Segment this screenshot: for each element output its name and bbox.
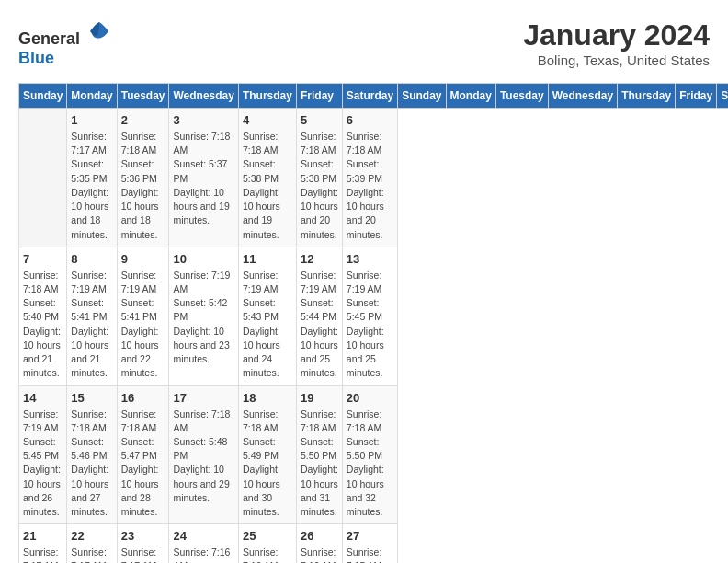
calendar-subtitle: Boling, Texas, United States [523, 52, 710, 68]
calendar-cell: 17Sunrise: 7:18 AMSunset: 5:48 PMDayligh… [169, 385, 238, 524]
calendar-cell: 14Sunrise: 7:19 AMSunset: 5:45 PMDayligh… [19, 385, 67, 524]
day-detail: Sunrise: 7:15 AMSunset: 5:56 PMDaylight:… [347, 546, 393, 563]
column-header-saturday: Saturday [717, 84, 728, 109]
day-number: 24 [173, 529, 233, 543]
calendar-cell: 1Sunrise: 7:17 AMSunset: 5:35 PMDaylight… [67, 109, 117, 247]
day-detail: Sunrise: 7:16 AMSunset: 5:55 PMDaylight:… [301, 546, 338, 563]
day-detail: Sunrise: 7:18 AMSunset: 5:49 PMDaylight:… [243, 408, 292, 520]
page-header: General Blue January 2024 Boling, Texas,… [18, 18, 710, 68]
column-header-friday: Friday [296, 84, 342, 109]
day-detail: Sunrise: 7:18 AMSunset: 5:50 PMDaylight:… [347, 408, 393, 520]
column-header-monday: Monday [67, 84, 117, 109]
column-header-sunday: Sunday [19, 84, 67, 109]
logo-general: General [18, 29, 80, 48]
day-detail: Sunrise: 7:18 AMSunset: 5:39 PMDaylight:… [347, 130, 393, 242]
day-detail: Sunrise: 7:19 AMSunset: 5:45 PMDaylight:… [347, 269, 393, 381]
calendar-cell: 24Sunrise: 7:16 AMSunset: 5:54 PMDayligh… [169, 524, 238, 563]
calendar-cell: 21Sunrise: 7:17 AMSunset: 5:51 PMDayligh… [19, 524, 67, 563]
day-detail: Sunrise: 7:19 AMSunset: 5:42 PMDaylight:… [173, 269, 233, 367]
day-detail: Sunrise: 7:19 AMSunset: 5:43 PMDaylight:… [243, 269, 292, 381]
day-detail: Sunrise: 7:17 AMSunset: 5:51 PMDaylight:… [23, 546, 63, 563]
day-detail: Sunrise: 7:17 AMSunset: 5:52 PMDaylight:… [71, 546, 112, 563]
day-number: 16 [121, 391, 165, 405]
day-detail: Sunrise: 7:18 AMSunset: 5:40 PMDaylight:… [23, 269, 63, 381]
day-detail: Sunrise: 7:18 AMSunset: 5:36 PMDaylight:… [121, 130, 165, 242]
calendar-cell: 9Sunrise: 7:19 AMSunset: 5:41 PMDaylight… [117, 247, 169, 385]
day-detail: Sunrise: 7:18 AMSunset: 5:37 PMDaylight:… [173, 130, 233, 228]
calendar-cell: 3Sunrise: 7:18 AMSunset: 5:37 PMDaylight… [169, 109, 238, 247]
column-header-wednesday: Wednesday [169, 84, 238, 109]
day-number: 20 [347, 391, 393, 405]
calendar-cell: 20Sunrise: 7:18 AMSunset: 5:50 PMDayligh… [342, 385, 397, 524]
day-number: 22 [71, 529, 112, 543]
calendar-cell [19, 109, 67, 247]
day-number: 11 [243, 252, 292, 266]
column-header-thursday: Thursday [618, 84, 676, 109]
calendar-week-row: 7Sunrise: 7:18 AMSunset: 5:40 PMDaylight… [19, 247, 729, 385]
day-number: 26 [301, 529, 338, 543]
column-header-tuesday: Tuesday [495, 84, 548, 109]
day-number: 10 [173, 252, 233, 266]
calendar-week-row: 14Sunrise: 7:19 AMSunset: 5:45 PMDayligh… [19, 385, 729, 524]
day-number: 12 [301, 252, 338, 266]
calendar-header-row: SundayMondayTuesdayWednesdayThursdayFrid… [19, 84, 729, 109]
day-detail: Sunrise: 7:18 AMSunset: 5:46 PMDaylight:… [71, 408, 112, 520]
day-detail: Sunrise: 7:19 AMSunset: 5:41 PMDaylight:… [71, 269, 112, 381]
calendar-week-row: 1Sunrise: 7:17 AMSunset: 5:35 PMDaylight… [19, 109, 729, 247]
day-number: 1 [71, 113, 112, 127]
day-number: 27 [347, 529, 393, 543]
title-block: January 2024 Boling, Texas, United State… [523, 18, 710, 68]
day-detail: Sunrise: 7:19 AMSunset: 5:41 PMDaylight:… [121, 269, 165, 381]
day-detail: Sunrise: 7:17 AMSunset: 5:35 PMDaylight:… [71, 130, 112, 242]
day-detail: Sunrise: 7:18 AMSunset: 5:38 PMDaylight:… [243, 130, 292, 242]
calendar-cell: 12Sunrise: 7:19 AMSunset: 5:44 PMDayligh… [296, 247, 342, 385]
column-header-wednesday: Wednesday [548, 84, 617, 109]
day-detail: Sunrise: 7:19 AMSunset: 5:44 PMDaylight:… [301, 269, 338, 381]
day-number: 17 [173, 391, 233, 405]
calendar-cell: 15Sunrise: 7:18 AMSunset: 5:46 PMDayligh… [67, 385, 117, 524]
logo-icon [86, 18, 112, 44]
day-number: 5 [301, 113, 338, 127]
calendar-cell: 27Sunrise: 7:15 AMSunset: 5:56 PMDayligh… [342, 524, 397, 563]
day-number: 18 [243, 391, 292, 405]
day-detail: Sunrise: 7:18 AMSunset: 5:47 PMDaylight:… [121, 408, 165, 520]
calendar-cell: 16Sunrise: 7:18 AMSunset: 5:47 PMDayligh… [117, 385, 169, 524]
column-header-saturday: Saturday [342, 84, 397, 109]
calendar-cell: 2Sunrise: 7:18 AMSunset: 5:36 PMDaylight… [117, 109, 169, 247]
column-header-friday: Friday [676, 84, 717, 109]
logo-blue: Blue [18, 49, 54, 67]
calendar-cell: 13Sunrise: 7:19 AMSunset: 5:45 PMDayligh… [342, 247, 397, 385]
day-number: 14 [23, 391, 63, 405]
column-header-thursday: Thursday [238, 84, 296, 109]
day-number: 6 [347, 113, 393, 127]
calendar-cell: 4Sunrise: 7:18 AMSunset: 5:38 PMDaylight… [238, 109, 296, 247]
calendar-cell: 7Sunrise: 7:18 AMSunset: 5:40 PMDaylight… [19, 247, 67, 385]
day-number: 21 [23, 529, 63, 543]
day-detail: Sunrise: 7:16 AMSunset: 5:55 PMDaylight:… [243, 546, 292, 563]
calendar-cell: 25Sunrise: 7:16 AMSunset: 5:55 PMDayligh… [238, 524, 296, 563]
day-number: 3 [173, 113, 233, 127]
day-number: 19 [301, 391, 338, 405]
calendar-cell: 26Sunrise: 7:16 AMSunset: 5:55 PMDayligh… [296, 524, 342, 563]
column-header-sunday: Sunday [398, 84, 446, 109]
calendar-cell: 23Sunrise: 7:17 AMSunset: 5:53 PMDayligh… [117, 524, 169, 563]
day-number: 4 [243, 113, 292, 127]
day-number: 13 [347, 252, 393, 266]
day-detail: Sunrise: 7:17 AMSunset: 5:53 PMDaylight:… [121, 546, 165, 563]
day-detail: Sunrise: 7:18 AMSunset: 5:48 PMDaylight:… [173, 408, 233, 506]
day-detail: Sunrise: 7:16 AMSunset: 5:54 PMDaylight:… [173, 546, 233, 563]
calendar-title: January 2024 [523, 18, 710, 52]
day-detail: Sunrise: 7:18 AMSunset: 5:50 PMDaylight:… [301, 408, 338, 520]
day-number: 7 [23, 252, 63, 266]
day-number: 25 [243, 529, 292, 543]
column-header-monday: Monday [446, 84, 495, 109]
day-number: 8 [71, 252, 112, 266]
calendar-cell: 22Sunrise: 7:17 AMSunset: 5:52 PMDayligh… [67, 524, 117, 563]
day-number: 9 [121, 252, 165, 266]
calendar-cell: 8Sunrise: 7:19 AMSunset: 5:41 PMDaylight… [67, 247, 117, 385]
day-detail: Sunrise: 7:18 AMSunset: 5:38 PMDaylight:… [301, 130, 338, 242]
day-detail: Sunrise: 7:19 AMSunset: 5:45 PMDaylight:… [23, 408, 63, 520]
calendar-cell: 19Sunrise: 7:18 AMSunset: 5:50 PMDayligh… [296, 385, 342, 524]
calendar-table: SundayMondayTuesdayWednesdayThursdayFrid… [18, 83, 728, 563]
day-number: 23 [121, 529, 165, 543]
